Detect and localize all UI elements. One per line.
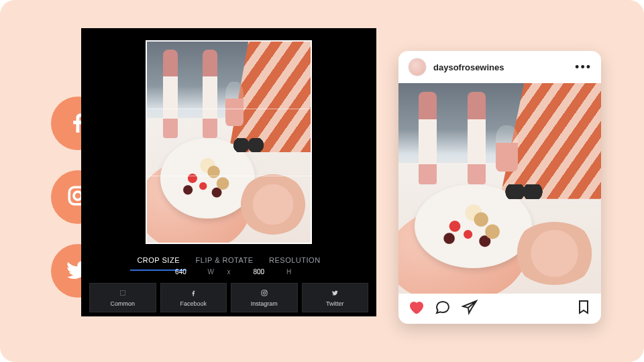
- facebook-icon: [189, 288, 198, 299]
- crop-preview-image: [147, 42, 311, 243]
- crop-canvas[interactable]: [146, 40, 312, 244]
- share-button[interactable]: [462, 299, 478, 318]
- tab-flip-rotate[interactable]: FLIP & ROTATE: [189, 251, 260, 269]
- width-input[interactable]: 640: [160, 268, 201, 276]
- instagram-icon: [260, 288, 269, 299]
- svg-point-5: [263, 292, 266, 294]
- like-button[interactable]: [408, 299, 424, 318]
- preset-instagram-label: Instagram: [251, 300, 278, 307]
- preset-facebook-label: Facebook: [180, 300, 207, 307]
- twitter-icon: [330, 288, 339, 299]
- svg-rect-3: [120, 291, 125, 296]
- instagram-actions: [398, 294, 601, 323]
- preset-instagram[interactable]: Instagram: [231, 283, 298, 312]
- instagram-card: daysofrosewines •••: [398, 51, 601, 324]
- bookmark-button[interactable]: [576, 299, 592, 318]
- preset-facebook[interactable]: Facebook: [160, 283, 227, 312]
- preset-row: Common Facebook Instagram Twitter: [89, 283, 368, 312]
- instagram-username[interactable]: daysofrosewines: [433, 62, 568, 72]
- preset-twitter-label: Twitter: [326, 300, 344, 307]
- instagram-header: daysofrosewines •••: [398, 51, 601, 83]
- svg-point-6: [266, 291, 266, 292]
- crop-square-icon: [118, 288, 127, 299]
- instagram-photo[interactable]: [398, 83, 601, 294]
- preset-common[interactable]: Common: [89, 283, 156, 312]
- preset-common-label: Common: [110, 300, 135, 307]
- height-input[interactable]: 800: [239, 268, 279, 276]
- more-options-button[interactable]: •••: [575, 60, 592, 74]
- avatar[interactable]: [408, 58, 427, 76]
- preset-twitter[interactable]: Twitter: [302, 283, 369, 312]
- tab-resolution[interactable]: RESOLUTION: [262, 251, 327, 269]
- dim-separator: x: [221, 268, 237, 276]
- comment-button[interactable]: [435, 299, 451, 318]
- crop-dimensions: 640 W x 800 H: [81, 268, 376, 276]
- width-label: W: [203, 268, 219, 276]
- height-label: H: [281, 268, 297, 276]
- crop-editor: CROP SIZE FLIP & ROTATE RESOLUTION 640 W…: [81, 28, 376, 316]
